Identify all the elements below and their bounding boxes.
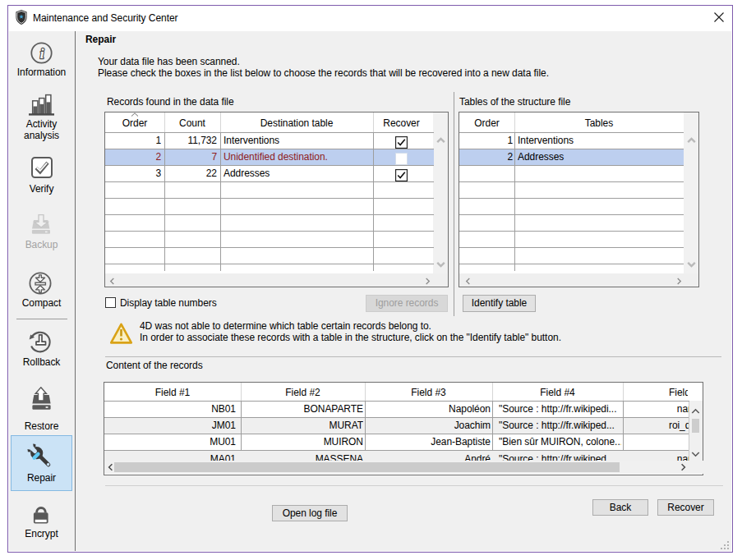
svg-text:i: i — [40, 46, 44, 62]
